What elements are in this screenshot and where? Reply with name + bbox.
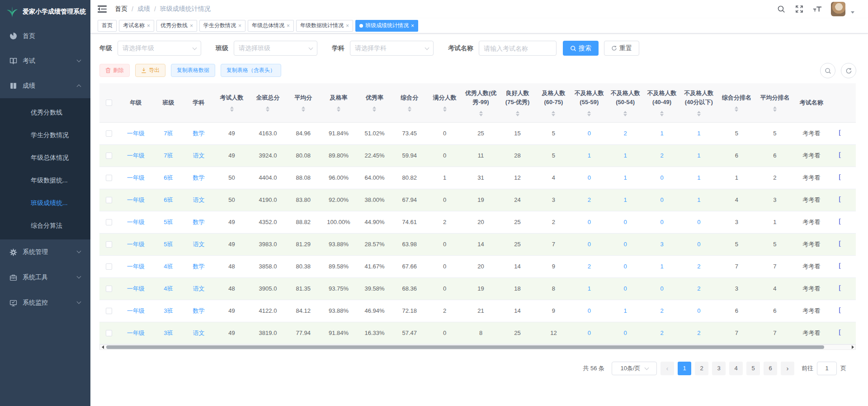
sort-asc-icon[interactable] — [697, 111, 701, 113]
sort-asc-icon[interactable] — [660, 111, 664, 113]
cell-link[interactable]: 3班 — [164, 330, 173, 336]
sort-carets-icon[interactable] — [230, 106, 234, 112]
sort-asc-icon[interactable] — [623, 111, 627, 113]
sort-carets-icon[interactable] — [587, 111, 591, 116]
row-checkbox[interactable] — [106, 308, 112, 314]
cell-link[interactable]: 1 — [697, 174, 700, 181]
truncated-operation-link[interactable] — [839, 152, 841, 158]
cell-link[interactable]: 0 — [588, 174, 591, 181]
cell-link[interactable]: 0 — [624, 330, 627, 336]
cell-link[interactable]: 5班 — [164, 241, 173, 248]
row-checkbox[interactable] — [106, 286, 112, 292]
user-avatar[interactable] — [831, 2, 845, 16]
cell-link[interactable]: 7班 — [164, 152, 173, 159]
exam-name-input[interactable] — [479, 41, 557, 56]
sort-carets-icon[interactable] — [552, 111, 555, 116]
cell-link[interactable]: 一年级 — [127, 330, 145, 336]
column-header[interactable]: 综合分 — [392, 83, 427, 122]
table-refresh-icon[interactable] — [841, 63, 856, 78]
sort-desc-icon[interactable] — [266, 110, 269, 112]
truncated-operation-link[interactable] — [839, 196, 841, 202]
cell-link[interactable]: 一年级 — [127, 307, 145, 314]
sort-asc-icon[interactable] — [516, 111, 519, 113]
sort-desc-icon[interactable] — [735, 110, 738, 112]
column-header[interactable]: 不及格人数(40-49) — [644, 83, 680, 122]
cell-link[interactable]: 0 — [588, 307, 591, 314]
cell-link[interactable]: 0 — [624, 263, 627, 270]
sort-asc-icon[interactable] — [735, 106, 738, 109]
sort-asc-icon[interactable] — [266, 106, 269, 109]
cell-link[interactable]: 5班 — [164, 219, 173, 225]
column-header[interactable]: 及格人数(60-75) — [536, 83, 571, 122]
sort-desc-icon[interactable] — [623, 114, 627, 116]
cell-link[interactable]: 语文 — [193, 285, 205, 292]
cell-link[interactable]: 7班 — [164, 130, 173, 137]
truncated-operation-link[interactable] — [839, 307, 841, 313]
font-size-icon[interactable] — [813, 5, 822, 14]
sort-carets-icon[interactable] — [266, 106, 269, 112]
sort-desc-icon[interactable] — [516, 114, 519, 116]
sort-desc-icon[interactable] — [373, 110, 376, 112]
sort-desc-icon[interactable] — [230, 110, 234, 112]
copy-table-with-header-button[interactable]: 复制表格（含表头） — [221, 64, 281, 77]
grade-select[interactable]: 请选择年级 — [118, 41, 201, 56]
sort-desc-icon[interactable] — [302, 110, 305, 112]
sort-carets-icon[interactable] — [516, 111, 519, 116]
close-tab-icon[interactable]: × — [190, 23, 193, 29]
cell-link[interactable]: 2 — [660, 152, 663, 159]
cell-link[interactable]: 0 — [588, 219, 591, 225]
cell-link[interactable]: 数学 — [193, 307, 205, 314]
sort-asc-icon[interactable] — [587, 111, 591, 113]
sidebar-item-exam[interactable]: 考试 — [0, 48, 90, 73]
cell-link[interactable]: 3 — [660, 241, 663, 248]
column-header[interactable]: 全班总分 — [250, 83, 286, 122]
sort-asc-icon[interactable] — [302, 106, 305, 109]
column-header[interactable]: 不及格人数(55-59) — [571, 83, 607, 122]
cell-link[interactable]: 3班 — [164, 307, 173, 314]
sidebar-item-system-tools[interactable]: 系统工具 — [0, 265, 90, 290]
truncated-operation-link[interactable] — [839, 330, 841, 335]
search-icon[interactable] — [777, 5, 786, 14]
sidebar-item-system-admin[interactable]: 系统管理 — [0, 239, 90, 265]
sort-desc-icon[interactable] — [660, 114, 664, 116]
cell-link[interactable]: 0 — [697, 219, 700, 225]
cell-link[interactable]: 一年级 — [127, 285, 145, 292]
sort-desc-icon[interactable] — [443, 110, 447, 112]
cell-link[interactable]: 0 — [660, 196, 663, 203]
row-checkbox[interactable] — [106, 219, 112, 225]
cell-link[interactable]: 0 — [624, 219, 627, 225]
cell-link[interactable]: 一年级 — [127, 174, 145, 181]
page-button-3[interactable]: 3 — [712, 362, 726, 375]
cell-link[interactable]: 0 — [660, 219, 663, 225]
sort-carets-icon[interactable] — [773, 106, 777, 112]
sort-carets-icon[interactable] — [479, 111, 483, 116]
sort-asc-icon[interactable] — [337, 106, 340, 109]
avatar-caret-down-icon[interactable] — [851, 11, 854, 14]
tab-active[interactable]: 班级成绩统计情况× — [355, 20, 418, 32]
tab-item[interactable]: 学生分数情况× — [199, 20, 245, 32]
column-header[interactable]: 及格率 — [320, 83, 357, 122]
export-button[interactable]: 导出 — [135, 64, 165, 77]
sort-carets-icon[interactable] — [697, 111, 701, 116]
sort-desc-icon[interactable] — [408, 110, 411, 112]
cell-link[interactable]: 一年级 — [127, 263, 145, 270]
select-all-checkbox[interactable] — [106, 100, 112, 106]
cell-link[interactable]: 4班 — [164, 263, 173, 270]
column-header[interactable]: 良好人数(75-优秀) — [499, 83, 536, 122]
cell-link[interactable]: 0 — [588, 241, 591, 248]
sort-asc-icon[interactable] — [773, 106, 777, 109]
scroll-right-arrow-icon[interactable] — [850, 345, 855, 349]
sidebar-subitem[interactable]: 学生分数情况 — [0, 124, 90, 146]
cell-link[interactable]: 1 — [697, 130, 700, 137]
sort-asc-icon[interactable] — [479, 111, 483, 113]
cell-link[interactable]: 一年级 — [127, 241, 145, 248]
cell-link[interactable]: 数学 — [193, 263, 205, 270]
page-button-2[interactable]: 2 — [695, 362, 708, 375]
cell-link[interactable]: 0 — [697, 307, 700, 314]
scroll-left-arrow-icon[interactable] — [100, 345, 105, 349]
cell-link[interactable]: 1 — [660, 263, 663, 270]
sort-asc-icon[interactable] — [230, 106, 234, 109]
close-tab-icon[interactable]: × — [238, 23, 241, 29]
truncated-operation-link[interactable] — [839, 285, 841, 291]
cell-link[interactable]: 1 — [624, 152, 627, 159]
